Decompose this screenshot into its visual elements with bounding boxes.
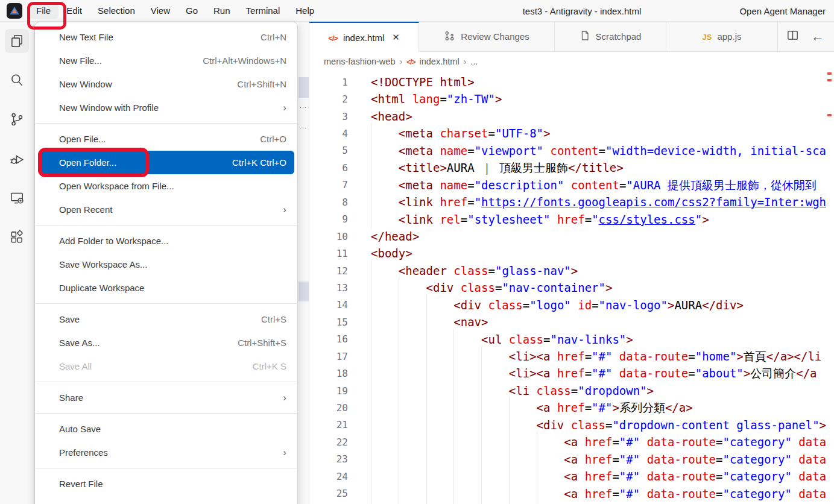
tab-app-js[interactable]: JSapp.js	[666, 22, 778, 51]
line-number: 9	[309, 213, 348, 225]
code-line[interactable]: 11<body>	[309, 245, 834, 262]
code-line[interactable]: 25 <a href="#" data-route="category" dat…	[309, 485, 834, 502]
menu-item-duplicate-workspace[interactable]: Duplicate Workspace	[35, 276, 297, 300]
annotation-file-menu	[27, 2, 66, 30]
submenu-chevron-icon: ›	[283, 204, 286, 216]
line-number: 3	[309, 111, 348, 122]
overview-ruler-mark	[827, 114, 832, 116]
menu-item-new-text-file[interactable]: New Text FileCtrl+N	[35, 25, 297, 49]
menu-separator	[36, 303, 297, 304]
code-line[interactable]: 12 <header class="glass-nav">	[309, 262, 834, 279]
code-line[interactable]: 10</head>	[309, 228, 834, 245]
code-line[interactable]: 14 <div class="logo" id="nav-logo">AURA<…	[309, 297, 834, 313]
breadcrumb-item[interactable]: mens-fashion-web	[324, 57, 395, 66]
back-arrow-button[interactable]: ←	[811, 30, 824, 43]
code-line[interactable]: 18 <li><a href="#" data-route="about">公司…	[309, 365, 834, 382]
menu-item-open-workspace-from-file[interactable]: Open Workspace from File...	[35, 174, 297, 198]
split-editor-button[interactable]	[786, 29, 799, 44]
code-line[interactable]: 16 <ul class="nav-links">	[309, 331, 834, 348]
code-line[interactable]: 1<!DOCTYPE html>	[309, 74, 834, 90]
menu-item-label: Duplicate Workspace	[59, 283, 144, 293]
line-number: 20	[309, 402, 348, 414]
breadcrumb-item[interactable]: ...	[470, 57, 478, 66]
code-line[interactable]: 20 <a href="#">系列分類</a>	[309, 399, 834, 416]
activity-bar	[0, 22, 34, 504]
menu-item-preferences[interactable]: Preferences›	[35, 441, 297, 464]
menu-item-shortcut: Ctrl+K S	[253, 361, 286, 371]
menu-item-share[interactable]: Share›	[35, 386, 297, 409]
menu-item-label: Open File...	[59, 134, 106, 144]
code-line[interactable]: 15 <nav>	[309, 313, 834, 330]
code-line[interactable]: 9 <link rel="stylesheet" href="css/style…	[309, 211, 834, 228]
submenu-chevron-icon: ›	[283, 102, 286, 114]
code-line[interactable]: 5 <meta name="viewport" content="width=d…	[309, 142, 834, 159]
indent-guide	[426, 484, 427, 504]
code-line[interactable]: 8 <link href="https://fonts.googleapis.c…	[309, 194, 834, 210]
line-number: 12	[309, 265, 348, 277]
tab-review-changes[interactable]: Review Changes	[419, 22, 555, 51]
code-line[interactable]: 4 <meta charset="UTF-8">	[309, 125, 834, 142]
line-number: 8	[309, 197, 348, 208]
menu-terminal[interactable]: Terminal	[238, 2, 288, 19]
menu-item-label: New Window	[59, 79, 112, 89]
line-number: 14	[309, 299, 348, 310]
indent-guide	[371, 209, 371, 230]
code-line[interactable]: 22 <a href="#" data-route="category" dat…	[309, 433, 834, 450]
explorer-sidebar[interactable]: ······	[299, 22, 309, 504]
menu-run[interactable]: Run	[206, 2, 238, 19]
line-number: 10	[309, 231, 348, 242]
code-line[interactable]: 23 <a href="#" data-route="category" dat…	[309, 451, 834, 468]
menu-view[interactable]: View	[143, 2, 178, 19]
menu-item-new-window-with-profile[interactable]: New Window with Profile›	[35, 96, 297, 119]
antigravity-logo-icon	[7, 3, 22, 19]
title-bar: FileEditSelectionViewGoRunTerminalHelp t…	[0, 0, 834, 22]
code-editor[interactable]: 1<!DOCTYPE html>2<html lang="zh-TW">3<he…	[309, 71, 834, 504]
source-control-icon[interactable]	[5, 107, 29, 131]
menu-go[interactable]: Go	[178, 2, 206, 19]
code-line[interactable]: 19 <li class="dropdown">	[309, 382, 834, 399]
search-icon[interactable]	[5, 68, 29, 92]
menu-item-save[interactable]: SaveCtrl+S	[35, 307, 297, 331]
remote-explorer-icon[interactable]	[5, 186, 29, 210]
menu-item-new-file[interactable]: New File...Ctrl+Alt+Windows+N	[35, 49, 297, 72]
menu-item-new-window[interactable]: New WindowCtrl+Shift+N	[35, 72, 297, 96]
close-tab-icon[interactable]: ✕	[392, 32, 400, 43]
menu-selection[interactable]: Selection	[90, 2, 143, 19]
menu-item-save-all[interactable]: Save AllCtrl+K S	[35, 354, 297, 378]
line-number: 5	[309, 145, 348, 156]
extensions-icon[interactable]	[5, 225, 29, 249]
explorer-item-fragment: ···	[300, 125, 307, 131]
open-agent-manager-button[interactable]: Open Agent Manager	[739, 0, 826, 22]
tab-index-html[interactable]: </>index.html✕	[309, 22, 419, 52]
menu-help[interactable]: Help	[288, 2, 322, 19]
menu-item-save-as[interactable]: Save As...Ctrl+Shift+S	[35, 331, 297, 354]
menu-item-shortcut: Ctrl+K Ctrl+O	[232, 157, 286, 168]
run-and-debug-icon[interactable]	[5, 146, 29, 171]
code-line[interactable]: 21 <div class="dropdown-content glass-pa…	[309, 417, 834, 433]
explorer-icon[interactable]	[5, 29, 29, 53]
breadcrumb-item[interactable]: index.html	[420, 57, 460, 66]
submenu-chevron-icon: ›	[283, 447, 286, 459]
line-number: 11	[309, 248, 348, 259]
code-line[interactable]: 24 <a href="#" data-route="category" dat…	[309, 468, 834, 485]
code-line[interactable]: 2<html lang="zh-TW">	[309, 90, 834, 107]
tab-scratchpad[interactable]: Scratchpad	[555, 22, 666, 51]
code-line[interactable]: 17 <li><a href="#" data-route="home">首頁<…	[309, 348, 834, 365]
menu-item-label: Open Workspace from File...	[59, 181, 174, 191]
menu-item-open-recent[interactable]: Open Recent›	[35, 198, 297, 221]
menu-item-save-workspace-as[interactable]: Save Workspace As...	[35, 253, 297, 276]
code-line[interactable]: 6 <title>AURA ｜ 頂級男士服飾</title>	[309, 159, 834, 176]
line-number: 24	[309, 471, 348, 482]
line-number: 7	[309, 179, 348, 191]
menu-item-add-folder-to-workspace[interactable]: Add Folder to Workspace...	[35, 229, 297, 253]
menu-item-auto-save[interactable]: Auto Save	[35, 417, 297, 441]
code-line[interactable]: 7 <meta name="description" content="AURA…	[309, 177, 834, 194]
code-line[interactable]: 13 <div class="nav-container">	[309, 279, 834, 296]
code-line[interactable]: 3<head>	[309, 108, 834, 125]
menu-item-label: Save Workspace As...	[59, 259, 147, 269]
explorer-selected-item[interactable]	[299, 282, 309, 301]
menu-item-revert-file[interactable]: Revert File	[35, 472, 297, 496]
overview-ruler-mark	[827, 72, 832, 75]
explorer-selected-item[interactable]	[299, 77, 309, 98]
menu-separator	[36, 123, 297, 124]
